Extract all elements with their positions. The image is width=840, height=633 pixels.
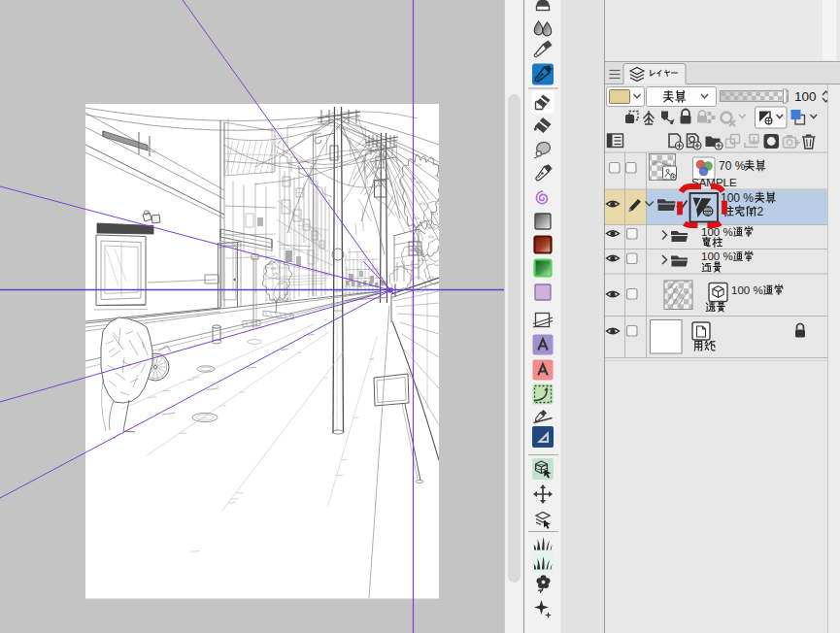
svg-text:70 %: 70 % [719,159,746,173]
svg-text:100 %: 100 % [701,226,733,238]
svg-text:100 %: 100 % [731,284,763,296]
svg-text:100 %: 100 % [701,250,733,262]
svg-text:100: 100 [794,89,817,104]
svg-text:2: 2 [757,205,764,218]
